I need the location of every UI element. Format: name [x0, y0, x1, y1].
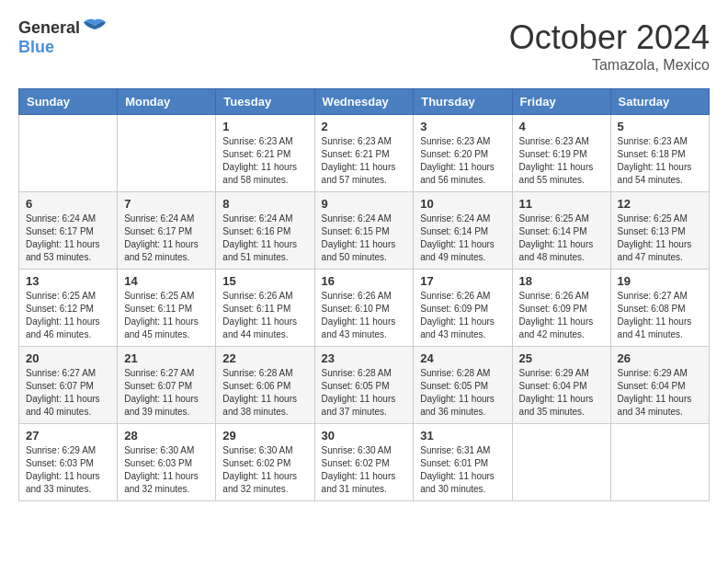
weekday-header: Wednesday	[314, 89, 414, 115]
day-info: Sunrise: 6:23 AMSunset: 6:18 PMDaylight:…	[618, 135, 702, 187]
day-info: Sunrise: 6:24 AMSunset: 6:16 PMDaylight:…	[222, 213, 307, 264]
calendar-day-cell: 27 Sunrise: 6:29 AMSunset: 6:03 PMDaylig…	[19, 424, 118, 501]
day-info: Sunrise: 6:23 AMSunset: 6:19 PMDaylight:…	[519, 135, 604, 187]
day-number: 13	[26, 274, 110, 288]
weekday-header: Saturday	[610, 89, 709, 115]
calendar-day-cell: 23 Sunrise: 6:28 AMSunset: 6:05 PMDaylig…	[314, 347, 414, 424]
calendar-day-cell: 26 Sunrise: 6:29 AMSunset: 6:04 PMDaylig…	[610, 347, 709, 424]
calendar-day-cell: 8 Sunrise: 6:24 AMSunset: 6:16 PMDayligh…	[216, 192, 314, 270]
day-info: Sunrise: 6:28 AMSunset: 6:05 PMDaylight:…	[420, 367, 505, 419]
day-number: 29	[222, 429, 307, 442]
calendar-week-row: 1 Sunrise: 6:23 AMSunset: 6:21 PMDayligh…	[19, 115, 710, 192]
day-number: 28	[124, 429, 209, 442]
day-number: 12	[618, 197, 702, 211]
day-info: Sunrise: 6:24 AMSunset: 6:17 PMDaylight:…	[124, 213, 209, 264]
day-info: Sunrise: 6:27 AMSunset: 6:07 PMDaylight:…	[26, 367, 110, 419]
day-info: Sunrise: 6:24 AMSunset: 6:15 PMDaylight:…	[322, 213, 407, 264]
calendar-day-cell: 22 Sunrise: 6:28 AMSunset: 6:06 PMDaylig…	[216, 347, 314, 424]
calendar-day-cell: 12 Sunrise: 6:25 AMSunset: 6:13 PMDaylig…	[610, 192, 709, 270]
day-info: Sunrise: 6:26 AMSunset: 6:11 PMDaylight:…	[222, 290, 307, 341]
day-number: 23	[322, 351, 407, 365]
calendar-day-cell: 11 Sunrise: 6:25 AMSunset: 6:14 PMDaylig…	[512, 192, 610, 270]
calendar-day-cell: 16 Sunrise: 6:26 AMSunset: 6:10 PMDaylig…	[314, 270, 414, 347]
day-info: Sunrise: 6:23 AMSunset: 6:20 PMDaylight:…	[420, 135, 505, 187]
day-number: 10	[420, 197, 505, 211]
calendar-day-cell: 25 Sunrise: 6:29 AMSunset: 6:04 PMDaylig…	[512, 347, 610, 424]
calendar-day-cell: 13 Sunrise: 6:25 AMSunset: 6:12 PMDaylig…	[19, 270, 118, 347]
day-info: Sunrise: 6:23 AMSunset: 6:21 PMDaylight:…	[222, 135, 307, 187]
calendar-day-cell	[19, 115, 118, 192]
logo: General Blue	[18, 18, 108, 57]
day-info: Sunrise: 6:25 AMSunset: 6:13 PMDaylight:…	[618, 213, 702, 264]
calendar-day-cell: 2 Sunrise: 6:23 AMSunset: 6:21 PMDayligh…	[314, 115, 414, 192]
calendar-week-row: 13 Sunrise: 6:25 AMSunset: 6:12 PMDaylig…	[19, 270, 710, 347]
calendar-day-cell: 5 Sunrise: 6:23 AMSunset: 6:18 PMDayligh…	[610, 115, 709, 192]
calendar-week-row: 6 Sunrise: 6:24 AMSunset: 6:17 PMDayligh…	[19, 192, 710, 270]
day-number: 4	[519, 120, 604, 133]
calendar-day-cell: 18 Sunrise: 6:26 AMSunset: 6:09 PMDaylig…	[512, 270, 610, 347]
calendar-day-cell: 3 Sunrise: 6:23 AMSunset: 6:20 PMDayligh…	[414, 115, 512, 192]
day-number: 2	[322, 120, 407, 133]
calendar-day-cell: 1 Sunrise: 6:23 AMSunset: 6:21 PMDayligh…	[216, 115, 314, 192]
calendar-week-row: 27 Sunrise: 6:29 AMSunset: 6:03 PMDaylig…	[19, 424, 710, 501]
day-number: 18	[519, 274, 604, 288]
calendar-day-cell: 10 Sunrise: 6:24 AMSunset: 6:14 PMDaylig…	[414, 192, 512, 270]
day-number: 27	[26, 429, 110, 442]
logo-bird-icon	[82, 18, 108, 39]
weekday-header: Monday	[118, 89, 216, 115]
weekday-header: Tuesday	[216, 89, 314, 115]
day-number: 24	[420, 351, 505, 365]
day-number: 8	[222, 197, 307, 211]
title-section: October 2024 Tamazola, Mexico	[509, 18, 710, 74]
weekday-header: Thursday	[414, 89, 512, 115]
day-info: Sunrise: 6:29 AMSunset: 6:04 PMDaylight:…	[618, 367, 702, 419]
day-info: Sunrise: 6:25 AMSunset: 6:11 PMDaylight:…	[124, 290, 209, 341]
day-number: 14	[124, 274, 209, 288]
calendar-day-cell: 28 Sunrise: 6:30 AMSunset: 6:03 PMDaylig…	[118, 424, 216, 501]
day-number: 7	[124, 197, 209, 211]
calendar-week-row: 20 Sunrise: 6:27 AMSunset: 6:07 PMDaylig…	[19, 347, 710, 424]
month-title: October 2024	[509, 18, 710, 57]
weekday-header: Friday	[512, 89, 610, 115]
day-number: 9	[322, 197, 407, 211]
calendar-day-cell: 14 Sunrise: 6:25 AMSunset: 6:11 PMDaylig…	[118, 270, 216, 347]
calendar-day-cell	[610, 424, 709, 501]
calendar-day-cell: 21 Sunrise: 6:27 AMSunset: 6:07 PMDaylig…	[118, 347, 216, 424]
day-info: Sunrise: 6:27 AMSunset: 6:08 PMDaylight:…	[618, 290, 702, 341]
day-number: 15	[222, 274, 307, 288]
day-number: 6	[26, 197, 110, 211]
day-number: 16	[322, 274, 407, 288]
calendar-day-cell: 7 Sunrise: 6:24 AMSunset: 6:17 PMDayligh…	[118, 192, 216, 270]
day-number: 5	[618, 120, 702, 133]
day-number: 3	[420, 120, 505, 133]
day-number: 20	[26, 351, 110, 365]
calendar-day-cell: 24 Sunrise: 6:28 AMSunset: 6:05 PMDaylig…	[414, 347, 512, 424]
day-info: Sunrise: 6:30 AMSunset: 6:02 PMDaylight:…	[322, 444, 407, 496]
day-info: Sunrise: 6:28 AMSunset: 6:06 PMDaylight:…	[222, 367, 307, 419]
calendar-day-cell: 31 Sunrise: 6:31 AMSunset: 6:01 PMDaylig…	[414, 424, 512, 501]
day-info: Sunrise: 6:31 AMSunset: 6:01 PMDaylight:…	[420, 444, 505, 496]
day-number: 11	[519, 197, 604, 211]
calendar-day-cell	[118, 115, 216, 192]
logo-text-blue: Blue	[18, 39, 54, 57]
calendar-day-cell	[512, 424, 610, 501]
day-number: 1	[222, 120, 307, 133]
day-info: Sunrise: 6:25 AMSunset: 6:14 PMDaylight:…	[519, 213, 604, 264]
day-info: Sunrise: 6:24 AMSunset: 6:17 PMDaylight:…	[26, 213, 110, 264]
calendar-day-cell: 20 Sunrise: 6:27 AMSunset: 6:07 PMDaylig…	[19, 347, 118, 424]
calendar-header-row: SundayMondayTuesdayWednesdayThursdayFrid…	[19, 89, 710, 115]
calendar-day-cell: 29 Sunrise: 6:30 AMSunset: 6:02 PMDaylig…	[216, 424, 314, 501]
calendar-day-cell: 19 Sunrise: 6:27 AMSunset: 6:08 PMDaylig…	[610, 270, 709, 347]
day-info: Sunrise: 6:24 AMSunset: 6:14 PMDaylight:…	[420, 213, 505, 264]
day-info: Sunrise: 6:29 AMSunset: 6:03 PMDaylight:…	[26, 444, 110, 496]
day-info: Sunrise: 6:30 AMSunset: 6:03 PMDaylight:…	[124, 444, 209, 496]
calendar-day-cell: 9 Sunrise: 6:24 AMSunset: 6:15 PMDayligh…	[314, 192, 414, 270]
day-info: Sunrise: 6:23 AMSunset: 6:21 PMDaylight:…	[322, 135, 407, 187]
day-number: 31	[420, 429, 505, 442]
day-info: Sunrise: 6:26 AMSunset: 6:09 PMDaylight:…	[420, 290, 505, 341]
calendar-day-cell: 30 Sunrise: 6:30 AMSunset: 6:02 PMDaylig…	[314, 424, 414, 501]
weekday-header: Sunday	[19, 89, 118, 115]
day-info: Sunrise: 6:27 AMSunset: 6:07 PMDaylight:…	[124, 367, 209, 419]
day-info: Sunrise: 6:26 AMSunset: 6:10 PMDaylight:…	[322, 290, 407, 341]
calendar-day-cell: 15 Sunrise: 6:26 AMSunset: 6:11 PMDaylig…	[216, 270, 314, 347]
